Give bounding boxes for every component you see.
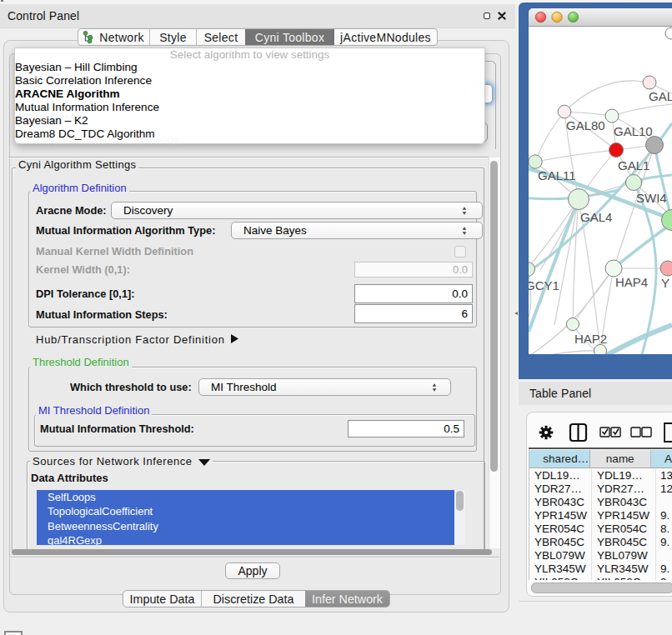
- svg-text:HAP2: HAP2: [574, 332, 607, 346]
- svg-text:GAL10: GAL10: [614, 124, 653, 138]
- svg-text:GAL11: GAL11: [538, 168, 576, 182]
- svg-text:GAL4: GAL4: [580, 210, 612, 224]
- svg-text:SWI4: SWI4: [636, 191, 667, 205]
- svg-text:GAL2: GAL2: [649, 89, 672, 103]
- svg-text:HAP4: HAP4: [615, 275, 648, 289]
- svg-text:GAL80: GAL80: [566, 118, 605, 132]
- svg-text:GAL1: GAL1: [618, 158, 649, 172]
- svg-text:GCY1: GCY1: [529, 278, 559, 292]
- svg-text:Y: Y: [661, 276, 669, 290]
